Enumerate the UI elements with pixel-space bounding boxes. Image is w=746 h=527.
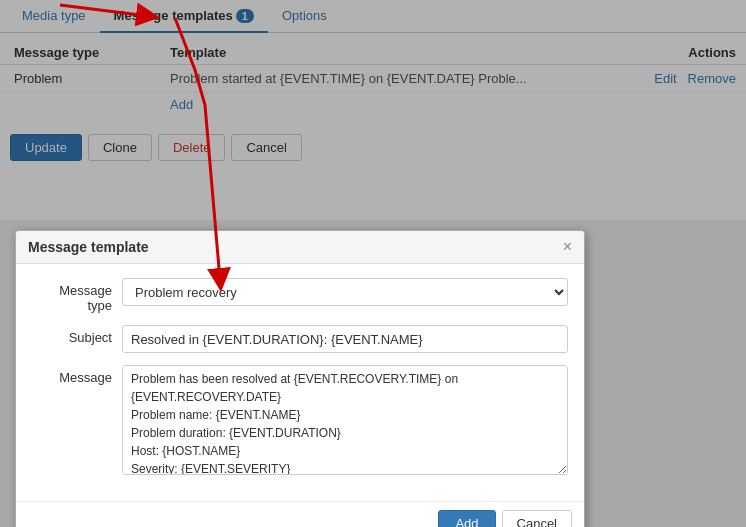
message-template-modal: Message template × Message type Problem …: [15, 230, 585, 527]
subject-row: Subject: [32, 325, 568, 353]
message-label: Message: [32, 365, 122, 385]
message-row: Message Problem has been resolved at {EV…: [32, 365, 568, 475]
modal-close-button[interactable]: ×: [563, 239, 572, 255]
modal-footer: Add Cancel: [16, 501, 584, 527]
modal-add-button[interactable]: Add: [438, 510, 495, 527]
modal-header: Message template ×: [16, 231, 584, 264]
modal-title: Message template: [28, 239, 149, 255]
subject-label: Subject: [32, 325, 122, 345]
modal-body: Message type Problem recovery Problem Pr…: [16, 264, 584, 501]
message-textarea[interactable]: Problem has been resolved at {EVENT.RECO…: [122, 365, 568, 475]
subject-input[interactable]: [122, 325, 568, 353]
message-type-select[interactable]: Problem recovery Problem Problem update …: [122, 278, 568, 306]
message-type-label: Message type: [32, 278, 122, 313]
modal-cancel-button[interactable]: Cancel: [502, 510, 572, 527]
message-type-row: Message type Problem recovery Problem Pr…: [32, 278, 568, 313]
